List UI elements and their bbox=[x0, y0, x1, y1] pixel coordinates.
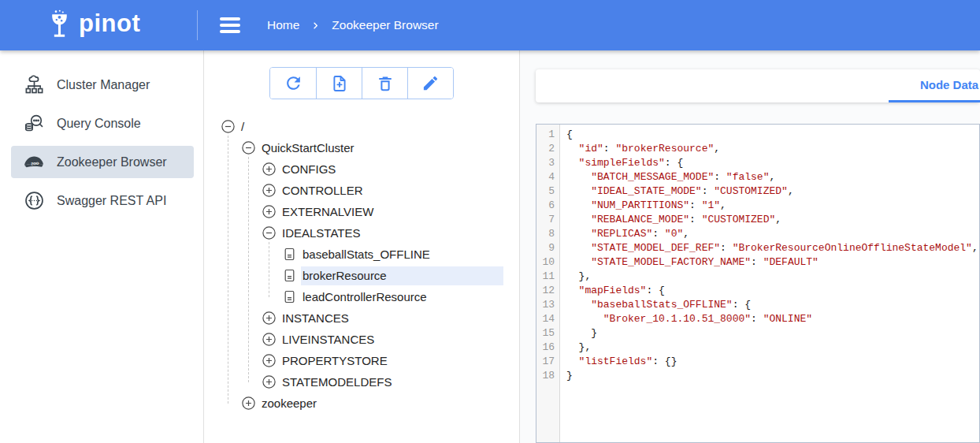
pinot-logo-text: pinot bbox=[79, 9, 140, 38]
line-number: 17 bbox=[536, 355, 555, 369]
line-number: 12 bbox=[536, 284, 555, 298]
line-number: 18 bbox=[536, 369, 555, 383]
sidebar: Cluster ManagerQuery ConsoleZOOZookeeper… bbox=[0, 50, 204, 443]
tree-item-label: EXTERNALVIEW bbox=[280, 203, 503, 222]
code-line: } bbox=[566, 326, 979, 341]
document-icon bbox=[283, 248, 296, 261]
sidebar-item-label: Query Console bbox=[57, 117, 141, 131]
svg-text:ZOO: ZOO bbox=[31, 161, 39, 166]
tree-item-baseballStats-OFFLINE[interactable]: baseballStats_OFFLINE bbox=[204, 244, 503, 265]
tree-item-label: IDEALSTATES bbox=[280, 224, 503, 243]
tree-item-label: / bbox=[239, 117, 503, 136]
plus-circle-icon[interactable] bbox=[262, 311, 276, 325]
tree-item-leadControllerResource[interactable]: leadControllerResource bbox=[204, 286, 503, 307]
plus-circle-icon[interactable] bbox=[262, 162, 276, 176]
line-number: 13 bbox=[536, 298, 555, 312]
plus-circle-icon[interactable] bbox=[262, 375, 276, 389]
breadcrumb-home-link[interactable]: Home bbox=[267, 18, 299, 32]
pinot-logo[interactable]: pinot bbox=[0, 0, 197, 50]
tree-item-IDEALSTATES[interactable]: IDEALSTATES bbox=[204, 222, 503, 244]
code-line: "mapFields": { bbox=[566, 284, 979, 298]
chevron-right-icon bbox=[309, 19, 322, 32]
code-line: "Broker_10.1.10.51_8000": "ONLINE" bbox=[566, 312, 979, 326]
line-number: 9 bbox=[536, 241, 555, 255]
app-header: pinot Home Zookeeper Browser bbox=[0, 0, 980, 50]
tree-item-label: CONFIGS bbox=[280, 160, 503, 179]
minus-circle-icon[interactable] bbox=[262, 226, 276, 240]
line-number: 7 bbox=[536, 213, 555, 227]
sidebar-item-query-console[interactable]: Query Console bbox=[11, 107, 194, 140]
refresh-button[interactable] bbox=[270, 68, 316, 99]
pinot-wineglass-icon bbox=[46, 9, 73, 42]
code-area[interactable]: { "id": "brokerResource", "simpleFields"… bbox=[560, 125, 979, 442]
menu-icon[interactable] bbox=[217, 14, 243, 35]
line-number: 4 bbox=[536, 170, 555, 184]
code-line: { bbox=[566, 128, 979, 142]
zk-tree: /QuickStartClusterCONFIGSCONTROLLEREXTER… bbox=[204, 116, 519, 414]
line-number: 10 bbox=[536, 255, 555, 270]
tree-item-PROPERTYSTORE[interactable]: PROPERTYSTORE bbox=[204, 350, 503, 371]
tree-guide-line bbox=[248, 157, 249, 382]
edit-icon bbox=[421, 74, 440, 92]
note-add-icon bbox=[330, 74, 349, 93]
code-line: }, bbox=[566, 270, 979, 284]
query-icon bbox=[24, 113, 45, 134]
tree-item-label: brokerResource bbox=[301, 266, 503, 285]
code-line: "NUM_PARTITIONS": "1", bbox=[566, 199, 979, 213]
plus-circle-icon[interactable] bbox=[262, 184, 276, 197]
line-number: 16 bbox=[536, 341, 555, 355]
code-line: "baseballStats_OFFLINE": { bbox=[566, 298, 979, 312]
add-node-button[interactable] bbox=[316, 68, 362, 99]
tree-item-LIVEINSTANCES[interactable]: LIVEINSTANCES bbox=[204, 329, 503, 350]
plus-circle-icon[interactable] bbox=[242, 396, 255, 410]
tree-item-label: LIVEINSTANCES bbox=[280, 330, 503, 349]
tree-item-label: zookeeper bbox=[260, 394, 503, 413]
line-number: 2 bbox=[536, 142, 555, 156]
line-number-gutter: 123456789101112131415161718 bbox=[536, 125, 560, 442]
tree-guide-line bbox=[228, 136, 228, 404]
sidebar-item-label: Swagger REST API bbox=[57, 194, 166, 208]
sidebar-item-cluster-manager[interactable]: Cluster Manager bbox=[11, 69, 194, 101]
refresh-icon bbox=[284, 73, 303, 93]
tree-item-EXTERNALVIEW[interactable]: EXTERNALVIEW bbox=[204, 201, 503, 222]
breadcrumb: Home Zookeeper Browser bbox=[267, 18, 439, 32]
sidebar-item-zookeeper-browser[interactable]: ZOOZookeeper Browser bbox=[11, 146, 194, 178]
tree-item-[interactable]: / bbox=[204, 116, 503, 137]
tree-guide-line bbox=[269, 242, 269, 297]
tree-item-zookeeper[interactable]: zookeeper bbox=[204, 393, 503, 414]
tree-item-label: baseballStats_OFFLINE bbox=[301, 245, 503, 264]
minus-circle-icon[interactable] bbox=[242, 141, 255, 154]
code-line: }, bbox=[566, 341, 979, 355]
document-icon bbox=[283, 290, 296, 303]
line-number: 6 bbox=[536, 199, 555, 213]
tab-node-data[interactable]: Node Data bbox=[889, 69, 980, 102]
code-line: "STATE_MODEL_FACTORY_NAME": "DEFAULT" bbox=[566, 255, 979, 270]
tree-item-QuickStartCluster[interactable]: QuickStartCluster bbox=[204, 137, 503, 158]
tree-item-CONTROLLER[interactable]: CONTROLLER bbox=[204, 180, 503, 201]
tree-item-label: INSTANCES bbox=[280, 309, 503, 328]
sidebar-item-label: Zookeeper Browser bbox=[57, 155, 167, 169]
code-line: "IDEAL_STATE_MODE": "CUSTOMIZED", bbox=[566, 184, 979, 199]
tree-item-brokerResource[interactable]: brokerResource bbox=[204, 265, 503, 286]
zk-toolbar-group bbox=[269, 67, 454, 99]
tree-item-CONFIGS[interactable]: CONFIGS bbox=[204, 158, 503, 180]
minus-circle-icon[interactable] bbox=[221, 120, 235, 133]
delete-button[interactable] bbox=[362, 68, 407, 99]
line-number: 3 bbox=[536, 156, 555, 170]
line-number: 11 bbox=[536, 270, 555, 284]
tree-item-STATEMODELDEFS[interactable]: STATEMODELDEFS bbox=[204, 371, 503, 393]
plus-circle-icon[interactable] bbox=[262, 205, 276, 218]
sidebar-item-swagger-rest-api[interactable]: Swagger REST API bbox=[11, 184, 194, 217]
edit-button[interactable] bbox=[407, 68, 453, 99]
code-line: "listFields": {} bbox=[566, 355, 979, 369]
tree-item-label: PROPERTYSTORE bbox=[280, 352, 503, 370]
code-line: "BATCH_MESSAGE_MODE": "false", bbox=[566, 170, 979, 184]
tree-item-label: STATEMODELDEFS bbox=[280, 373, 503, 392]
json-editor[interactable]: 123456789101112131415161718 { "id": "bro… bbox=[536, 124, 980, 443]
plus-circle-icon[interactable] bbox=[262, 333, 276, 346]
zk-toolbar bbox=[204, 67, 519, 99]
tab-bar: Node Data bbox=[536, 69, 980, 102]
plus-circle-icon[interactable] bbox=[262, 354, 276, 367]
tree-item-INSTANCES[interactable]: INSTANCES bbox=[204, 307, 503, 329]
code-line: "STATE_MODEL_DEF_REF": "BrokerResourceOn… bbox=[566, 241, 979, 255]
